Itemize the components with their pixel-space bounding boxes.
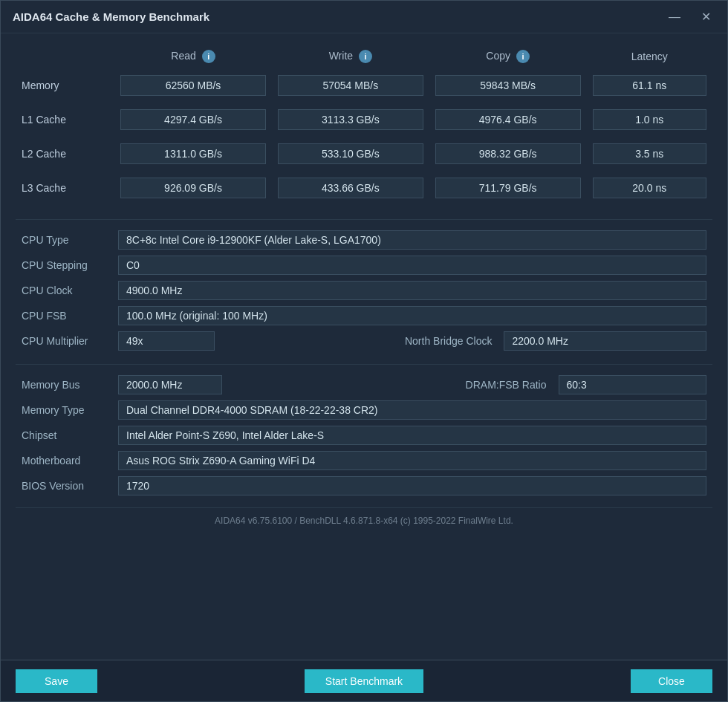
bench-label-0: Memory bbox=[16, 71, 114, 105]
bench-read-1: 4297.4 GB/s bbox=[120, 109, 266, 130]
col-write-header: Write i bbox=[272, 45, 429, 71]
write-info-icon[interactable]: i bbox=[359, 50, 372, 63]
button-bar: Save Start Benchmark Close bbox=[1, 660, 727, 701]
bench-read-2: 1311.0 GB/s bbox=[120, 143, 266, 164]
bench-write-2: 533.10 GB/s bbox=[278, 143, 423, 164]
cpu-type-label: CPU Type bbox=[16, 227, 112, 253]
motherboard-row: Motherboard Asus ROG Strix Z690-A Gaming… bbox=[16, 448, 712, 473]
cpu-clock-value: 4900.0 MHz bbox=[118, 281, 706, 300]
main-window: AIDA64 Cache & Memory Benchmark — ✕ Read… bbox=[0, 0, 728, 702]
memory-bus-label: Memory Bus bbox=[16, 372, 112, 397]
close-button[interactable]: ✕ bbox=[697, 8, 715, 25]
save-button[interactable]: Save bbox=[16, 669, 97, 693]
footer-text: AIDA64 v6.75.6100 / BenchDLL 4.6.871.8-x… bbox=[16, 507, 712, 530]
bench-read-3: 926.09 GB/s bbox=[120, 178, 266, 198]
benchmark-table: Read i Write i Copy i Latency Memory bbox=[16, 45, 712, 207]
copy-info-icon[interactable]: i bbox=[516, 50, 530, 63]
chipset-row: Chipset Intel Alder Point-S Z690, Intel … bbox=[16, 423, 712, 448]
bench-write-1: 3113.3 GB/s bbox=[278, 109, 423, 130]
cpu-type-value: 8C+8c Intel Core i9-12900KF (Alder Lake-… bbox=[118, 230, 706, 250]
north-bridge-label: North Bridge Clock bbox=[246, 328, 498, 354]
read-info-icon[interactable]: i bbox=[202, 50, 215, 63]
bench-copy-3: 711.79 GB/s bbox=[435, 178, 581, 198]
chipset-label: Chipset bbox=[16, 423, 112, 448]
bench-label-3: L3 Cache bbox=[16, 173, 114, 207]
title-bar: AIDA64 Cache & Memory Benchmark — ✕ bbox=[1, 1, 727, 33]
bench-copy-2: 988.32 GB/s bbox=[435, 143, 581, 164]
cpu-fsb-row: CPU FSB 100.0 MHz (original: 100 MHz) bbox=[16, 303, 712, 328]
col-latency-header: Latency bbox=[587, 45, 712, 71]
motherboard-label: Motherboard bbox=[16, 448, 112, 473]
main-content: Read i Write i Copy i Latency Memory bbox=[1, 33, 727, 660]
memory-bus-value: 2000.0 MHz bbox=[118, 375, 222, 394]
cpu-info-table: CPU Type 8C+8c Intel Core i9-12900KF (Al… bbox=[16, 227, 712, 354]
bios-value: 1720 bbox=[118, 476, 706, 495]
memory-bus-row: Memory Bus 2000.0 MHz DRAM:FSB Ratio 60:… bbox=[16, 372, 712, 397]
cpu-stepping-value: C0 bbox=[118, 256, 706, 275]
bench-row-1: L1 Cache 4297.4 GB/s 3113.3 GB/s 4976.4 … bbox=[16, 105, 712, 139]
bench-row-0: Memory 62560 MB/s 57054 MB/s 59843 MB/s … bbox=[16, 71, 712, 105]
memory-type-row: Memory Type Dual Channel DDR4-4000 SDRAM… bbox=[16, 397, 712, 423]
memory-info-table: Memory Bus 2000.0 MHz DRAM:FSB Ratio 60:… bbox=[16, 372, 712, 498]
cpu-stepping-row: CPU Stepping C0 bbox=[16, 253, 712, 278]
cpu-multiplier-row: CPU Multiplier 49x North Bridge Clock 22… bbox=[16, 328, 712, 354]
bench-write-0: 57054 MB/s bbox=[278, 75, 423, 96]
bench-label-1: L1 Cache bbox=[16, 105, 114, 139]
bench-read-0: 62560 MB/s bbox=[120, 75, 266, 96]
cpu-type-row: CPU Type 8C+8c Intel Core i9-12900KF (Al… bbox=[16, 227, 712, 253]
bench-copy-0: 59843 MB/s bbox=[435, 75, 581, 96]
bench-copy-1: 4976.4 GB/s bbox=[435, 109, 581, 130]
bench-row-2: L2 Cache 1311.0 GB/s 533.10 GB/s 988.32 … bbox=[16, 139, 712, 173]
motherboard-value: Asus ROG Strix Z690-A Gaming WiFi D4 bbox=[118, 451, 706, 470]
north-bridge-value: 2200.0 MHz bbox=[504, 331, 706, 351]
memory-type-label: Memory Type bbox=[16, 397, 112, 423]
cpu-fsb-label: CPU FSB bbox=[16, 303, 112, 328]
bench-latency-3: 20.0 ns bbox=[593, 178, 706, 198]
dram-fsb-label: DRAM:FSB Ratio bbox=[246, 372, 553, 397]
col-copy-header: Copy i bbox=[429, 45, 587, 71]
col-read-header: Read i bbox=[114, 45, 272, 71]
cpu-stepping-label: CPU Stepping bbox=[16, 253, 112, 278]
minimize-button[interactable]: — bbox=[664, 9, 685, 25]
bench-latency-0: 61.1 ns bbox=[593, 75, 706, 96]
memory-type-value: Dual Channel DDR4-4000 SDRAM (18-22-22-3… bbox=[118, 400, 706, 420]
cpu-fsb-value: 100.0 MHz (original: 100 MHz) bbox=[118, 306, 706, 325]
bench-latency-2: 3.5 ns bbox=[593, 143, 706, 164]
chipset-value: Intel Alder Point-S Z690, Intel Alder La… bbox=[118, 426, 706, 445]
cpu-clock-row: CPU Clock 4900.0 MHz bbox=[16, 278, 712, 303]
bench-latency-1: 1.0 ns bbox=[593, 109, 706, 130]
bench-label-2: L2 Cache bbox=[16, 139, 114, 173]
close-button-bar[interactable]: Close bbox=[631, 669, 712, 693]
bios-row: BIOS Version 1720 bbox=[16, 473, 712, 498]
cpu-multiplier-label: CPU Multiplier bbox=[16, 328, 112, 354]
window-title: AIDA64 Cache & Memory Benchmark bbox=[13, 10, 209, 23]
start-benchmark-button[interactable]: Start Benchmark bbox=[305, 669, 423, 693]
cpu-multiplier-value: 49x bbox=[118, 331, 215, 351]
divider-1 bbox=[16, 219, 712, 220]
bios-label: BIOS Version bbox=[16, 473, 112, 498]
dram-fsb-value: 60:3 bbox=[559, 375, 707, 394]
cpu-clock-label: CPU Clock bbox=[16, 278, 112, 303]
divider-2 bbox=[16, 364, 712, 365]
bench-write-3: 433.66 GB/s bbox=[278, 178, 423, 198]
title-controls: — ✕ bbox=[664, 8, 715, 25]
bench-row-3: L3 Cache 926.09 GB/s 433.66 GB/s 711.79 … bbox=[16, 173, 712, 207]
